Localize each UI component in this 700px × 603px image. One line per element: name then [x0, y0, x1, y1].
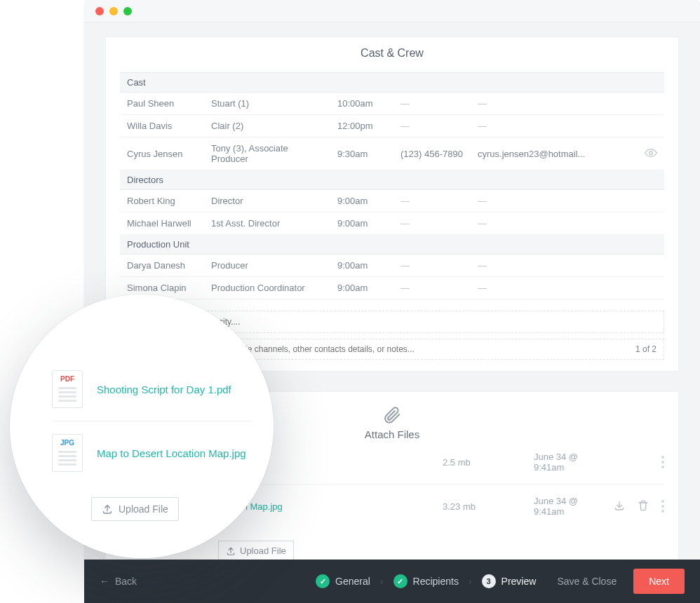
cell-email: — [471, 115, 638, 137]
table-row[interactable]: Paul SheenStuart (1)10:00am—— [120, 93, 664, 115]
visibility-toggle [638, 255, 664, 277]
cell-email: — [471, 190, 638, 212]
cell-name: Willa Davis [120, 115, 204, 137]
cell-phone: — [393, 190, 471, 212]
cell-name: Paul Sheen [120, 93, 204, 115]
cell-time: 9:00am [330, 190, 393, 212]
trash-icon[interactable] [638, 500, 649, 513]
window-titlebar [84, 0, 700, 22]
cast-crew-table: CastPaul SheenStuart (1)10:00am——Willa D… [120, 72, 664, 299]
wizard-steps: ✓General›✓Recipients›3Preview [316, 574, 536, 588]
file-pdf-icon: PDF [52, 370, 83, 408]
cell-email: — [471, 212, 638, 235]
table-row[interactable]: Darya DaneshProducer9:00am—— [120, 255, 664, 277]
lens-upload-button[interactable]: Upload File [91, 497, 179, 521]
attachment-size: 3.23 mb [443, 501, 534, 512]
more-icon[interactable] [661, 456, 664, 468]
step-preview[interactable]: 3Preview [482, 574, 537, 588]
group-header: Production Unit [120, 235, 664, 255]
download-icon[interactable] [614, 500, 625, 513]
step-general[interactable]: ✓General [316, 574, 370, 588]
eye-icon [645, 147, 657, 159]
attachment-size: 2.5 mb [443, 457, 534, 468]
upload-file-button[interactable]: Upload File [218, 541, 294, 561]
cell-phone: — [393, 115, 471, 137]
visibility-toggle [638, 277, 664, 299]
attachment-name: ocation Map.jpg [218, 501, 443, 512]
attachment-date: June 34 @ 9:41am [534, 452, 580, 473]
upload-icon [102, 503, 113, 515]
step-number: 3 [482, 574, 496, 588]
cell-time: 12:00pm [330, 115, 393, 137]
upload-icon [226, 546, 236, 556]
cell-email: — [471, 255, 638, 277]
cell-time: 9:30am [330, 137, 393, 170]
cell-name: Cyrus Jensen [120, 137, 204, 170]
cell-phone: — [393, 212, 471, 235]
arrow-left-icon: ← [100, 576, 109, 587]
group-header: Cast [120, 73, 664, 93]
attachment-date: June 34 @ 9:41am [534, 496, 580, 517]
cell-time: 9:00am [330, 277, 393, 299]
cell-role: Producer [204, 255, 330, 277]
upload-button-label: Upload File [240, 546, 286, 556]
cell-name: Robert King [120, 190, 204, 212]
file-jpg-icon: JPG [52, 434, 83, 472]
cell-email: cyrus.jensen23@hotmail... [471, 137, 638, 170]
visibility-toggle[interactable] [638, 137, 664, 170]
cell-phone: — [393, 93, 471, 115]
step-recipients[interactable]: ✓Recipients [393, 574, 459, 588]
step-label: General [335, 576, 370, 587]
group-header: Directors [120, 170, 664, 190]
cell-phone: — [393, 277, 471, 299]
page-indicator: 1 of 2 [635, 344, 657, 354]
cell-role: Clair (2) [204, 115, 330, 137]
minimize-icon[interactable] [109, 7, 118, 15]
close-icon[interactable] [95, 7, 104, 15]
maximize-icon[interactable] [123, 7, 132, 15]
lens-file-name: Map to Desert Location Map.jpg [97, 447, 246, 459]
cell-role: Director [204, 190, 330, 212]
cell-time: 10:00am [330, 93, 393, 115]
chevron-right-icon: › [469, 576, 472, 587]
back-label: Back [115, 576, 137, 587]
lens-file-row[interactable]: PDFShooting Script for Day 1.pdf [52, 358, 253, 421]
cell-phone: — [393, 255, 471, 277]
back-button[interactable]: ← Back [100, 576, 137, 587]
save-close-button[interactable]: Save & Close [557, 576, 617, 587]
step-label: Recipients [413, 576, 459, 587]
table-row[interactable]: Cyrus JensenTony (3), Associate Producer… [120, 137, 664, 170]
cell-time: 9:00am [330, 255, 393, 277]
visibility-toggle [638, 93, 664, 115]
table-row[interactable]: Robert KingDirector9:00am—— [120, 190, 664, 212]
zoom-lens: PDFShooting Script for Day 1.pdfJPGMap t… [10, 294, 274, 558]
paperclip-icon [383, 406, 401, 424]
lens-file-name: Shooting Script for Day 1.pdf [97, 384, 231, 395]
next-button[interactable]: Next [633, 569, 685, 594]
table-row[interactable]: Michael Harwell1st Asst. Director9:00am—… [120, 212, 664, 235]
cast-crew-title: Cast & Crew [106, 37, 678, 72]
svg-point-0 [649, 151, 653, 154]
cell-role: Tony (3), Associate Producer [204, 137, 330, 170]
step-label: Preview [502, 576, 537, 587]
cell-role: Stuart (1) [204, 93, 330, 115]
cell-email: — [471, 277, 638, 299]
visibility-toggle [638, 115, 664, 137]
chevron-right-icon: › [380, 576, 384, 587]
table-row[interactable]: Willa DavisClair (2)12:00pm—— [120, 115, 664, 137]
cell-name: Michael Harwell [120, 212, 204, 235]
lens-file-row[interactable]: JPGMap to Desert Location Map.jpg [52, 421, 253, 485]
table-row[interactable]: Simona ClapinProduction Coordinator9:00a… [120, 277, 664, 299]
cell-email: — [471, 93, 638, 115]
cell-name: Darya Danesh [120, 255, 204, 277]
lens-upload-label: Upload File [119, 503, 168, 515]
visibility-toggle [638, 190, 664, 212]
check-icon: ✓ [393, 574, 408, 588]
more-icon[interactable] [661, 500, 664, 513]
wizard-footer: ← Back ✓General›✓Recipients›3Preview Sav… [84, 560, 700, 603]
cell-role: Production Coordinator [204, 277, 330, 299]
visibility-toggle [638, 212, 664, 235]
check-icon: ✓ [316, 574, 330, 588]
cell-role: 1st Asst. Director [204, 212, 330, 235]
cell-phone: (123) 456-7890 [393, 137, 471, 170]
